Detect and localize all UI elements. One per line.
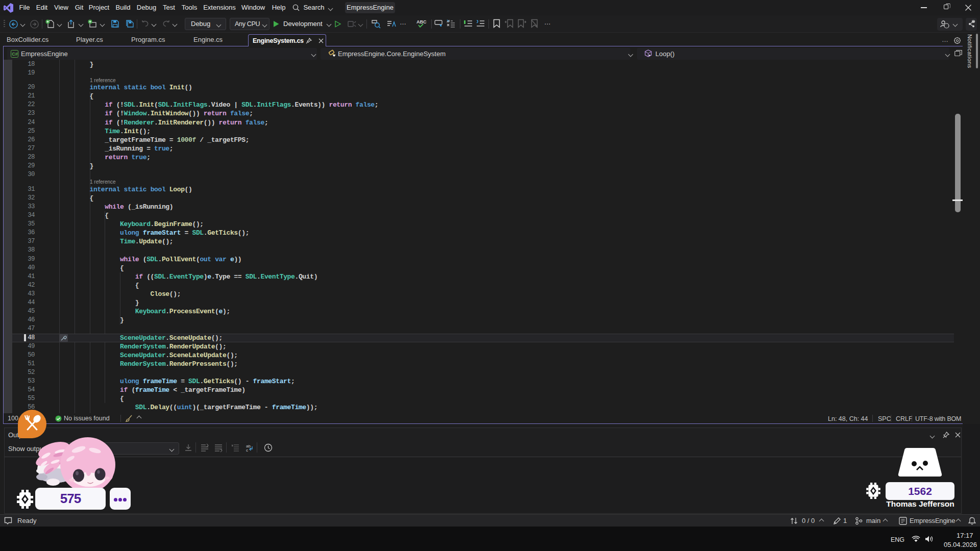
svg-text:C#: C# — [12, 52, 18, 57]
svg-text:ABC: ABC — [416, 19, 427, 24]
svg-text:c: c — [246, 448, 248, 453]
